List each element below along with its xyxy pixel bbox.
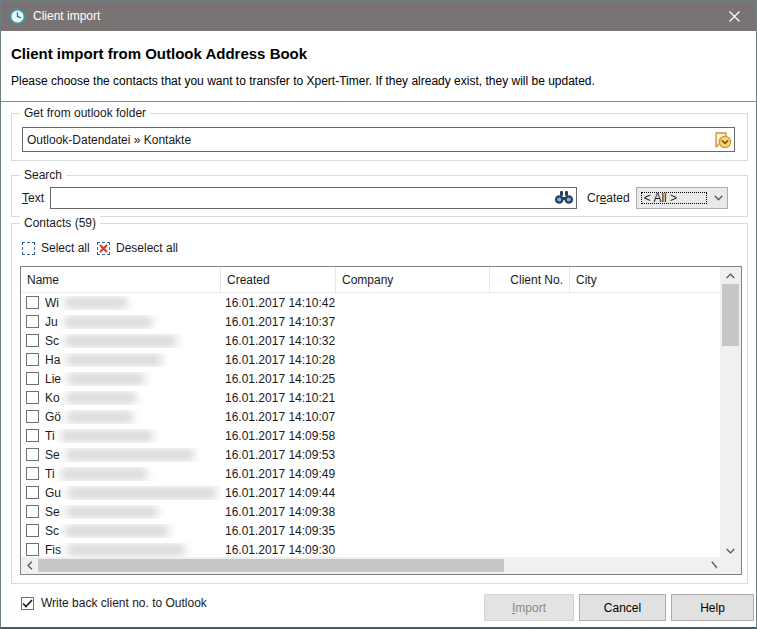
redacted-name [67, 487, 217, 499]
cell-name: Wi [21, 296, 221, 310]
row-checkbox[interactable] [26, 543, 39, 556]
select-all-button[interactable]: Select all [22, 241, 90, 255]
table-header-row: NameCreatedCompanyClient No.City [21, 267, 722, 293]
redacted-name [66, 506, 158, 518]
horizontal-scrollbar[interactable] [21, 557, 722, 574]
row-checkbox[interactable] [26, 391, 39, 404]
cell-name: Se [21, 448, 221, 462]
group-contacts-label: Contacts (59) [20, 216, 100, 230]
writeback-label: Write back client no. to Outlook [41, 596, 207, 610]
binoculars-icon [554, 190, 574, 205]
deselect-all-button[interactable]: Deselect all [97, 241, 178, 255]
outlook-folder-field[interactable]: Outlook-Datendatei » Kontakte [22, 127, 735, 152]
cell-created: 16.01.2017 14:09:30 [221, 543, 336, 557]
table-row[interactable]: Gö16.01.2017 14:10:07 [21, 407, 720, 426]
redacted-name [66, 354, 162, 366]
writeback-checkbox[interactable] [21, 597, 34, 610]
horizontal-scrollbar-thumb[interactable] [38, 559, 504, 572]
row-checkbox[interactable] [26, 429, 39, 442]
row-checkbox[interactable] [26, 467, 39, 480]
table-row[interactable]: Ko16.01.2017 14:10:21 [21, 388, 720, 407]
table-row[interactable]: Gu16.01.2017 14:09:44 [21, 483, 720, 502]
group-search-label: Search [20, 168, 66, 182]
redacted-name [64, 316, 152, 328]
table-row[interactable]: Lie16.01.2017 14:10:25 [21, 369, 720, 388]
table-row[interactable]: Sc16.01.2017 14:09:35 [21, 521, 720, 540]
column-header-created[interactable]: Created [221, 267, 336, 293]
cell-name: Se [21, 505, 221, 519]
cell-name: Gu [21, 486, 221, 500]
column-header-name[interactable]: Name [21, 267, 221, 293]
cell-name: Ti [21, 429, 221, 443]
outlook-folder-value: Outlook-Datendatei » Kontakte [27, 133, 710, 147]
row-checkbox[interactable] [26, 448, 39, 461]
dashed-selection-icon [22, 242, 35, 255]
cell-created: 16.01.2017 14:10:37 [221, 315, 336, 329]
table-row[interactable]: Ti16.01.2017 14:09:58 [21, 426, 720, 445]
redacted-name [66, 392, 136, 404]
row-checkbox[interactable] [26, 524, 39, 537]
cell-name: Lie [21, 372, 221, 386]
cell-name: Ko [21, 391, 221, 405]
cell-created: 16.01.2017 14:10:42 [221, 296, 336, 310]
group-search: Search Text Created [11, 175, 748, 217]
client-import-dialog: Client import Client import from Outlook… [0, 0, 757, 629]
group-outlook-folder: Get from outlook folder Outlook-Datendat… [11, 113, 748, 161]
name-prefix: Ju [45, 315, 58, 329]
outlook-folder-picker-button[interactable] [710, 128, 734, 151]
row-checkbox[interactable] [26, 486, 39, 499]
table-body: Wi16.01.2017 14:10:42Ju16.01.2017 14:10:… [21, 293, 720, 559]
deselect-all-label: Deselect all [116, 241, 178, 255]
cell-created: 16.01.2017 14:10:25 [221, 372, 336, 386]
name-prefix: Ko [45, 391, 60, 405]
row-checkbox[interactable] [26, 505, 39, 518]
search-created-label: Created [587, 191, 630, 205]
close-button[interactable] [712, 1, 756, 31]
writeback-checkbox-row[interactable]: Write back client no. to Outlook [21, 596, 207, 610]
help-button[interactable]: Help [671, 594, 754, 621]
search-text-label: Text [22, 191, 50, 205]
table-row[interactable]: Wi16.01.2017 14:10:42 [21, 293, 720, 312]
row-checkbox[interactable] [26, 334, 39, 347]
red-cross-selection-icon [97, 242, 110, 255]
row-checkbox[interactable] [26, 296, 39, 309]
name-prefix: Fis [45, 543, 61, 557]
table-row[interactable]: Ha16.01.2017 14:10:28 [21, 350, 720, 369]
created-filter-combobox[interactable]: < All > [636, 187, 728, 209]
name-prefix: Gö [45, 410, 61, 424]
column-header-company[interactable]: Company [336, 267, 490, 293]
import-button[interactable]: Import [484, 594, 574, 621]
cell-name: Ju [21, 315, 221, 329]
scroll-left-arrow-icon[interactable] [21, 557, 38, 574]
row-checkbox[interactable] [26, 372, 39, 385]
close-icon [729, 11, 740, 22]
redacted-name [61, 468, 147, 480]
cancel-button[interactable]: Cancel [579, 594, 666, 621]
redacted-name [67, 373, 145, 385]
scroll-up-arrow-icon[interactable] [720, 267, 741, 284]
column-header-client-no-[interactable]: Client No. [490, 267, 570, 293]
row-checkbox[interactable] [26, 315, 39, 328]
search-row: Text Created < All > [22, 187, 737, 209]
vertical-scrollbar[interactable] [720, 267, 741, 559]
row-checkbox[interactable] [26, 353, 39, 366]
row-checkbox[interactable] [26, 410, 39, 423]
column-header-city[interactable]: City [570, 267, 722, 293]
redacted-name [65, 335, 177, 347]
cell-created: 16.01.2017 14:09:44 [221, 486, 336, 500]
search-input[interactable] [50, 187, 577, 209]
chevron-down-icon [711, 195, 727, 201]
table-row[interactable]: Se16.01.2017 14:09:53 [21, 445, 720, 464]
cell-created: 16.01.2017 14:10:07 [221, 410, 336, 424]
cell-created: 16.01.2017 14:09:38 [221, 505, 336, 519]
dialog-header: Client import from Outlook Address Book … [1, 31, 756, 102]
redacted-name [66, 449, 194, 461]
table-row[interactable]: Se16.01.2017 14:09:38 [21, 502, 720, 521]
vertical-scrollbar-thumb[interactable] [722, 284, 739, 346]
redacted-name [67, 411, 133, 423]
table-row[interactable]: Sc16.01.2017 14:10:32 [21, 331, 720, 350]
cell-created: 16.01.2017 14:10:21 [221, 391, 336, 405]
table-row[interactable]: Ti16.01.2017 14:09:49 [21, 464, 720, 483]
cell-name: Ha [21, 353, 221, 367]
table-row[interactable]: Ju16.01.2017 14:10:37 [21, 312, 720, 331]
